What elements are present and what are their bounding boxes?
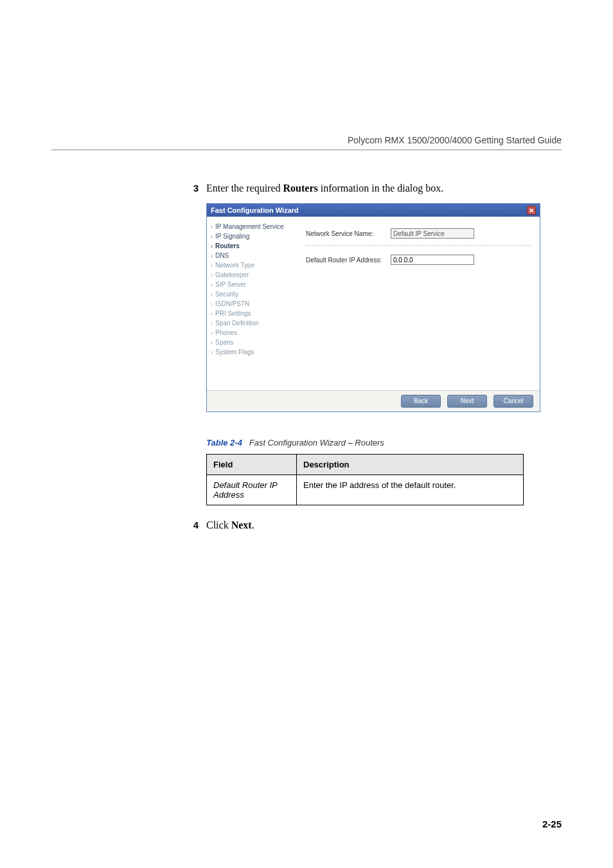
cancel-button[interactable]: Cancel <box>493 395 533 408</box>
table-row: Default Router IP Address Enter the IP a… <box>207 475 524 505</box>
nav-pri-settings: ›PRI Settings <box>211 309 292 318</box>
page-number: 2-25 <box>542 818 562 829</box>
nav-ip-management[interactable]: ›IP Management Service <box>211 222 292 231</box>
network-service-name-field <box>391 228 474 239</box>
nav-span-definition: ›Span Definition <box>211 318 292 328</box>
chevron-right-icon: › <box>211 272 213 278</box>
chevron-right-icon: › <box>211 330 213 336</box>
col-head-field: Field <box>207 455 297 475</box>
page-header: Polycom RMX 1500/2000/4000 Getting Start… <box>51 0 562 150</box>
routers-field-table: Field Description Default Router IP Addr… <box>206 454 524 505</box>
step-3-number: 3 <box>190 183 199 194</box>
close-icon[interactable]: ✕ <box>527 206 536 215</box>
cell-field-name: Default Router IP Address <box>207 475 297 505</box>
chevron-right-icon: › <box>211 311 213 317</box>
chevron-right-icon: › <box>211 253 213 259</box>
back-button[interactable]: Back <box>401 395 441 408</box>
chevron-right-icon: › <box>211 320 213 327</box>
nav-dns[interactable]: ›DNS <box>211 251 292 260</box>
cell-field-desc: Enter the IP address of the default rout… <box>297 475 524 505</box>
step-4: 4 Click Next. <box>190 520 562 531</box>
dialog-title: Fast Configuration Wizard <box>211 206 299 214</box>
chevron-right-icon: › <box>211 262 213 269</box>
step-3-text: Enter the required Routers information i… <box>206 183 443 194</box>
chevron-right-icon: › <box>211 339 213 346</box>
wizard-nav: ›IP Management Service ›IP Signaling ›Ro… <box>207 217 297 390</box>
header-title: Polycom RMX 1500/2000/4000 Getting Start… <box>348 135 562 145</box>
chevron-right-icon: › <box>211 282 213 288</box>
nav-routers[interactable]: ›Routers <box>211 241 292 251</box>
chevron-right-icon: › <box>211 301 213 307</box>
nav-network-type: ›Network Type <box>211 260 292 270</box>
dialog-titlebar: Fast Configuration Wizard ✕ <box>207 204 540 217</box>
fast-config-wizard-dialog: Fast Configuration Wizard ✕ ›IP Manageme… <box>206 203 540 412</box>
chevron-right-icon: › <box>211 291 213 298</box>
next-button[interactable]: Next <box>447 395 487 408</box>
default-router-ip-label: Default Router IP Address: <box>306 257 383 264</box>
nav-ip-signaling[interactable]: ›IP Signaling <box>211 231 292 241</box>
nav-sip-server: ›SIP Server <box>211 280 292 289</box>
nav-security: ›Security <box>211 289 292 299</box>
wizard-footer: Back Next Cancel <box>207 390 540 411</box>
nav-system-flags: ›System Flags <box>211 347 292 357</box>
chevron-right-icon: › <box>211 233 213 240</box>
table-caption-text: Fast Configuration Wizard – Routers <box>249 438 384 448</box>
nav-phones: ›Phones <box>211 328 292 338</box>
default-router-ip-field[interactable] <box>391 255 474 265</box>
wizard-main-panel: Network Service Name: Default Router IP … <box>297 217 540 390</box>
form-separator <box>306 245 531 246</box>
nav-spans: ›Spans <box>211 338 292 347</box>
step-4-number: 4 <box>190 520 199 530</box>
step-3: 3 Enter the required Routers information… <box>190 183 562 194</box>
chevron-right-icon: › <box>211 349 213 356</box>
step-4-text: Click Next. <box>206 520 254 531</box>
chevron-right-icon: › <box>211 243 213 249</box>
nav-gatekeeper: ›Gatekeeper <box>211 270 292 280</box>
table-caption: Table 2-4 Fast Configuration Wizard – Ro… <box>206 438 562 448</box>
network-service-name-label: Network Service Name: <box>306 230 383 237</box>
table-caption-label: Table 2-4 <box>206 438 242 448</box>
nav-isdn-pstn: ›ISDN/PSTN <box>211 299 292 309</box>
chevron-right-icon: › <box>211 224 213 230</box>
col-head-description: Description <box>297 455 524 475</box>
